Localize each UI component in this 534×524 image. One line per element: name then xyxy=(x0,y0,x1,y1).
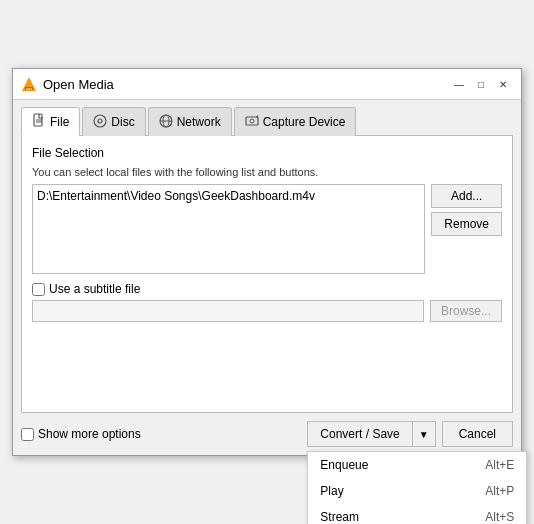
file-area: D:\Entertainment\Video Songs\GeekDashboa… xyxy=(32,184,502,274)
tab-network-label: Network xyxy=(177,115,221,129)
dropdown-play-shortcut: Alt+P xyxy=(485,484,514,498)
cancel-button[interactable]: Cancel xyxy=(442,421,513,447)
open-media-window: Open Media — □ ✕ File Disc Network xyxy=(12,68,522,456)
dropdown-item-stream[interactable]: Stream Alt+S xyxy=(308,504,526,524)
bottom-bar: Show more options Convert / Save ▼ Cance… xyxy=(13,413,521,455)
show-more-text: Show more options xyxy=(38,427,141,441)
tab-disc-label: Disc xyxy=(111,115,134,129)
svg-point-7 xyxy=(98,119,102,123)
tab-file[interactable]: File xyxy=(21,107,80,136)
show-more-checkbox[interactable] xyxy=(21,428,34,441)
tab-capture[interactable]: Capture Device xyxy=(234,107,357,136)
dropdown-enqueue-label: Enqueue xyxy=(320,458,368,472)
dropdown-stream-label: Stream xyxy=(320,510,359,524)
bottom-right-actions: Convert / Save ▼ Cancel Enqueue Alt+E Pl… xyxy=(307,421,513,447)
dropdown-item-enqueue[interactable]: Enqueue Alt+E xyxy=(308,452,526,478)
minimize-button[interactable]: — xyxy=(449,75,469,93)
svg-point-12 xyxy=(250,119,254,123)
convert-save-arrow[interactable]: ▼ xyxy=(412,421,436,447)
svg-marker-13 xyxy=(256,115,258,119)
file-list: D:\Entertainment\Video Songs\GeekDashboa… xyxy=(32,184,425,274)
close-button[interactable]: ✕ xyxy=(493,75,513,93)
subtitle-browse-button[interactable]: Browse... xyxy=(430,300,502,322)
title-bar-left: Open Media xyxy=(21,76,114,92)
subtitle-checkbox-label[interactable]: Use a subtitle file xyxy=(32,282,502,296)
file-buttons: Add... Remove xyxy=(431,184,502,274)
subtitle-label-text: Use a subtitle file xyxy=(49,282,140,296)
dropdown-enqueue-shortcut: Alt+E xyxy=(485,458,514,472)
vlc-icon xyxy=(21,76,37,92)
show-more-label[interactable]: Show more options xyxy=(21,427,141,441)
dropdown-stream-shortcut: Alt+S xyxy=(485,510,514,524)
subtitle-section: Use a subtitle file Browse... xyxy=(32,282,502,322)
content-spacer xyxy=(32,322,502,402)
dropdown-item-play[interactable]: Play Alt+P xyxy=(308,478,526,504)
title-controls: — □ ✕ xyxy=(449,75,513,93)
tab-disc[interactable]: Disc xyxy=(82,107,145,136)
file-selection-desc: You can select local files with the foll… xyxy=(32,166,502,178)
disc-tab-icon xyxy=(93,114,107,131)
file-tab-icon xyxy=(32,113,46,130)
dropdown-play-label: Play xyxy=(320,484,343,498)
add-button[interactable]: Add... xyxy=(431,184,502,208)
tab-capture-label: Capture Device xyxy=(263,115,346,129)
remove-button[interactable]: Remove xyxy=(431,212,502,236)
svg-point-6 xyxy=(94,115,106,127)
convert-save-button[interactable]: Convert / Save xyxy=(307,421,411,447)
svg-rect-11 xyxy=(246,117,258,125)
tab-file-label: File xyxy=(50,115,69,129)
dropdown-menu: Enqueue Alt+E Play Alt+P Stream Alt+S Co… xyxy=(307,451,527,524)
file-entry: D:\Entertainment\Video Songs\GeekDashboa… xyxy=(37,189,315,203)
subtitle-input[interactable] xyxy=(32,300,424,322)
tab-bar: File Disc Network Capture Device xyxy=(13,100,521,135)
file-selection-title: File Selection xyxy=(32,146,502,160)
capture-tab-icon xyxy=(245,114,259,131)
network-tab-icon xyxy=(159,114,173,131)
window-title: Open Media xyxy=(43,77,114,92)
file-tab-content: File Selection You can select local file… xyxy=(21,135,513,413)
title-bar: Open Media — □ ✕ xyxy=(13,69,521,100)
subtitle-checkbox[interactable] xyxy=(32,283,45,296)
subtitle-input-row: Browse... xyxy=(32,300,502,322)
maximize-button[interactable]: □ xyxy=(471,75,491,93)
convert-save-group: Convert / Save ▼ xyxy=(307,421,435,447)
tab-network[interactable]: Network xyxy=(148,107,232,136)
